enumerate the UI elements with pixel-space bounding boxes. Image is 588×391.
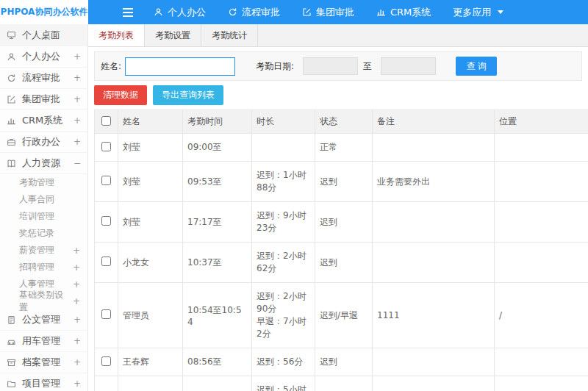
tab-3[interactable]: 考勤统计	[201, 24, 258, 46]
location-text	[495, 243, 588, 283]
column-header: 时长	[252, 110, 315, 134]
sidebar-item-desktop[interactable]: 个人桌面	[0, 24, 87, 46]
user-icon	[7, 52, 18, 62]
sidebar-item-label: 项目管理	[22, 377, 60, 390]
select-all-checkbox[interactable]	[101, 116, 111, 126]
row-checkbox[interactable]	[101, 309, 111, 319]
duration-text	[252, 134, 315, 162]
employee-name-link[interactable]: 小龙女	[118, 243, 183, 283]
sidebar-subitem[interactable]: 考勤管理	[0, 174, 87, 191]
employee-name-link[interactable]: 刘莹	[118, 202, 183, 243]
row-checkbox[interactable]	[101, 257, 111, 266]
sidebar-subitem-label: 人事合同	[19, 193, 54, 206]
topnav-item[interactable]: 流程审批	[217, 0, 291, 24]
employee-name-link[interactable]: 王春辉	[118, 348, 183, 376]
note-text	[373, 376, 495, 391]
employee-name-link[interactable]: 刘莹	[118, 162, 183, 202]
attendance-time: 08:56至	[183, 348, 252, 376]
sidebar-item-doc[interactable]: 公文管理+	[0, 309, 87, 331]
tab-2[interactable]: 考勤设置	[145, 24, 201, 46]
expand-plus-icon[interactable]: +	[71, 336, 81, 346]
status-text: 迟到/早退	[315, 283, 373, 348]
edit-icon	[302, 7, 312, 17]
expand-plus-icon[interactable]: +	[71, 357, 81, 367]
expand-plus-icon[interactable]: +	[71, 94, 81, 104]
row-checkbox[interactable]	[101, 142, 111, 151]
search-button[interactable]: 查 询	[456, 57, 497, 76]
table-row: 小龙女10:37至迟到：2小时62分迟到	[95, 243, 588, 283]
date-end-input[interactable]	[381, 57, 436, 75]
employee-name-link[interactable]: 黄蓉	[118, 376, 183, 391]
expand-plus-icon[interactable]: +	[70, 262, 80, 273]
row-select-cell	[95, 243, 118, 283]
expand-plus-icon[interactable]: +	[71, 137, 81, 147]
collapse-minus-icon[interactable]: −	[71, 158, 81, 168]
attendance-time: 09:53至	[183, 162, 252, 202]
sidebar-item-edit[interactable]: 集团审批+	[0, 89, 87, 110]
sidebar-subitem[interactable]: 奖惩记录	[0, 225, 87, 242]
location-text: /	[495, 283, 588, 348]
location-text	[495, 348, 588, 376]
sidebar-item-archive[interactable]: 档案管理+	[0, 352, 87, 373]
topnav-item[interactable]: 个人办公	[143, 0, 217, 24]
location-text	[495, 162, 588, 202]
attendance-time: 10:54至10:54	[183, 283, 252, 348]
sidebar-item-user[interactable]: 个人办公+	[0, 46, 87, 68]
sidebar-subitem[interactable]: 招聘管理+	[0, 259, 87, 276]
sidebar-item-car[interactable]: 用车管理+	[0, 331, 87, 352]
sidebar-subitem[interactable]: 基础类别设置+	[0, 293, 87, 309]
date-start-input[interactable]	[303, 57, 358, 75]
attendance-time: 13:20至13:20	[183, 376, 252, 391]
note-text	[373, 243, 495, 283]
tab-bar: 考勤列表考勤设置考勤统计	[88, 24, 588, 47]
car-icon	[7, 337, 18, 346]
topnav-item[interactable]: 更多应用	[442, 0, 514, 24]
tab-1[interactable]: 考勤列表	[88, 24, 145, 46]
select-all-cell	[95, 110, 118, 134]
sidebar-item-briefcase[interactable]: 行政办公+	[0, 132, 87, 153]
topnav-item[interactable]: 集团审批	[291, 0, 365, 24]
table-header-row: 姓名考勤时间时长状态备注位置	[95, 110, 588, 134]
action-bar: 清理数据 导出查询列表	[94, 85, 582, 105]
expand-plus-icon[interactable]: +	[71, 73, 81, 83]
sidebar: 个人桌面个人办公+流程审批+集团审批+CRM系统+行政办公+人力资源−考勤管理人…	[0, 24, 88, 391]
location-text	[495, 202, 588, 243]
employee-name-link[interactable]: 刘莹	[118, 134, 183, 162]
clear-data-button[interactable]: 清理数据	[94, 85, 147, 105]
expand-plus-icon[interactable]: +	[71, 315, 81, 325]
expand-plus-icon[interactable]: +	[70, 296, 80, 306]
row-checkbox[interactable]	[101, 176, 111, 185]
table-row: 管理员10:54至10:54迟到：2小时90分 早退：7小时2分迟到/早退111…	[95, 283, 588, 348]
duration-text: 迟到：56分	[252, 348, 315, 376]
app-logo: PHPOA协同办公软件	[0, 0, 88, 24]
expand-plus-icon[interactable]: +	[70, 245, 80, 256]
row-select-cell	[95, 376, 118, 391]
topnav-item[interactable]: CRM系统	[365, 0, 442, 24]
sidebar-item-chart[interactable]: CRM系统+	[0, 110, 87, 132]
table-row: 刘莹09:53至迟到：1小时88分迟到业务需要外出	[95, 162, 588, 202]
sidebar-item-loop[interactable]: 流程审批+	[0, 68, 87, 89]
sidebar-subitem[interactable]: 薪资管理+	[0, 242, 87, 259]
loop-icon	[7, 73, 18, 83]
expand-plus-icon[interactable]: +	[70, 279, 80, 290]
sidebar-item-label: 人力资源	[22, 157, 60, 170]
sidebar-subitem[interactable]: 培训管理	[0, 208, 87, 225]
name-input[interactable]	[125, 57, 235, 76]
attendance-table: 姓名考勤时间时长状态备注位置 刘莹09:00至正常刘莹09:53至迟到：1小时8…	[94, 110, 588, 391]
sidebar-subitem[interactable]: 人事合同	[0, 191, 87, 208]
expand-plus-icon[interactable]: +	[71, 115, 81, 126]
expand-plus-icon[interactable]: +	[71, 51, 81, 62]
menu-icon[interactable]	[122, 7, 134, 18]
sidebar-item-book[interactable]: 人力资源−	[0, 153, 87, 174]
export-list-button[interactable]: 导出查询列表	[153, 85, 223, 105]
sidebar-item-label: 集团审批	[22, 93, 60, 106]
row-select-cell	[95, 348, 118, 376]
employee-name-link[interactable]: 管理员	[118, 283, 183, 348]
sidebar-item-folder[interactable]: 项目管理+	[0, 373, 87, 391]
duration-text: 迟到：5小时33分 早退：4小时67分	[252, 376, 315, 391]
row-checkbox[interactable]	[101, 356, 111, 366]
row-checkbox[interactable]	[101, 216, 111, 226]
folder-icon	[7, 379, 18, 389]
row-select-cell	[95, 283, 118, 348]
expand-plus-icon[interactable]: +	[71, 379, 81, 389]
